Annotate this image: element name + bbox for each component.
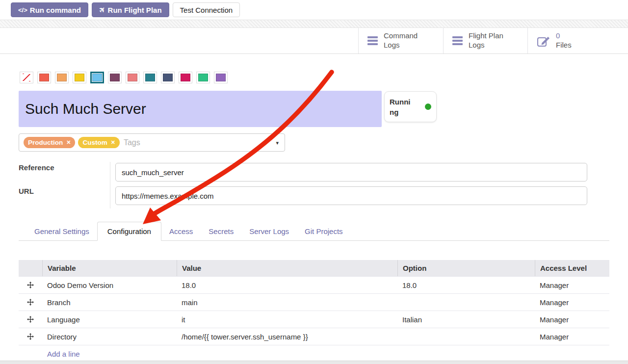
cell-access-level[interactable]: Manager bbox=[535, 328, 609, 345]
files-stat-button[interactable]: 0 Files bbox=[527, 28, 628, 53]
cell-value[interactable]: 18.0 bbox=[177, 277, 397, 293]
color-swatch-green[interactable] bbox=[196, 72, 210, 83]
handle-column-header bbox=[19, 260, 42, 276]
column-header-value[interactable]: Value bbox=[177, 260, 397, 276]
drag-handle-icon[interactable] bbox=[19, 277, 42, 293]
cell-option[interactable] bbox=[397, 328, 535, 345]
color-palette bbox=[20, 72, 228, 83]
table-row[interactable]: Branch main Manager bbox=[19, 293, 609, 311]
swatch-fill bbox=[57, 74, 67, 81]
field-group-divider bbox=[110, 162, 110, 208]
files-count-value: 0 bbox=[556, 31, 560, 40]
tab-secrets[interactable]: Secrets bbox=[201, 222, 241, 240]
tab-server-logs[interactable]: Server Logs bbox=[241, 222, 297, 240]
column-header-option[interactable]: Option bbox=[397, 260, 535, 276]
tag-custom[interactable]: Custom ✕ bbox=[78, 137, 119, 148]
url-input[interactable] bbox=[115, 186, 587, 205]
cell-value[interactable]: main bbox=[177, 294, 397, 311]
swatch-fill bbox=[216, 74, 226, 81]
swatch-fill bbox=[92, 74, 102, 81]
swatch-fill bbox=[39, 74, 49, 81]
swatch-fill bbox=[181, 74, 190, 81]
stat-button-group: Command Logs Flight Plan Logs 0 bbox=[358, 28, 628, 53]
status-card[interactable]: Running bbox=[384, 91, 437, 122]
record-title-banner[interactable]: Such Much Server bbox=[19, 91, 382, 127]
status-label: Running bbox=[390, 97, 414, 117]
swatch-fill bbox=[145, 74, 155, 81]
reference-input[interactable] bbox=[115, 163, 587, 182]
server-form-page: </> Run command ✈ Run Flight Plan Test C… bbox=[0, 0, 628, 364]
cell-variable[interactable]: Branch bbox=[42, 294, 177, 311]
table-row[interactable]: Directory /home/{{ tower.server.ssh_user… bbox=[19, 328, 609, 345]
code-icon: </> bbox=[18, 6, 27, 14]
swatch-fill bbox=[128, 74, 137, 81]
status-dot-icon bbox=[425, 104, 431, 110]
swatch-fill bbox=[198, 74, 208, 81]
run-command-button[interactable]: </> Run command bbox=[11, 2, 88, 17]
color-swatch-fuchsia[interactable] bbox=[179, 72, 192, 83]
color-swatch-teal[interactable] bbox=[143, 72, 157, 83]
color-swatch-red[interactable] bbox=[37, 72, 51, 83]
table-header-row: Variable Value Option Access Level bbox=[19, 260, 609, 276]
color-swatch-darkblue[interactable] bbox=[161, 72, 175, 83]
table-row[interactable]: Language it Italian Manager bbox=[19, 311, 609, 328]
cell-variable[interactable]: Language bbox=[42, 311, 177, 328]
swatch-fill bbox=[110, 74, 120, 81]
tags-field[interactable]: Production ✕ Custom ✕ Tags ▾ bbox=[19, 133, 285, 152]
cell-access-level[interactable]: Manager bbox=[535, 311, 609, 328]
cell-value[interactable]: /home/{{ tower.server.ssh_username }} bbox=[177, 328, 397, 345]
tab-configuration[interactable]: Configuration bbox=[97, 222, 161, 241]
column-header-variable[interactable]: Variable bbox=[42, 260, 177, 276]
url-label: URL bbox=[19, 187, 34, 195]
run-command-label: Run command bbox=[30, 6, 81, 14]
cell-option[interactable]: Italian bbox=[397, 311, 535, 328]
bottom-page-strip bbox=[0, 361, 628, 364]
chevron-down-icon[interactable]: ▾ bbox=[276, 139, 279, 146]
color-swatch-orange[interactable] bbox=[55, 72, 69, 83]
color-swatch-salmon[interactable] bbox=[126, 72, 139, 83]
cell-access-level[interactable]: Manager bbox=[535, 294, 609, 311]
cell-option[interactable] bbox=[397, 294, 535, 311]
tab-access[interactable]: Access bbox=[161, 222, 201, 240]
column-header-access-level[interactable]: Access Level bbox=[535, 260, 609, 276]
command-logs-stat-button[interactable]: Command Logs bbox=[358, 28, 443, 53]
plane-icon: ✈ bbox=[97, 4, 107, 15]
add-a-line-link[interactable]: Add a line bbox=[19, 345, 85, 363]
table-row[interactable]: Odoo Demo Version 18.0 18.0 Manager bbox=[19, 276, 609, 293]
action-button-bar: </> Run command ✈ Run Flight Plan Test C… bbox=[0, 0, 628, 20]
drag-handle-icon[interactable] bbox=[19, 328, 42, 345]
run-flight-plan-button[interactable]: ✈ Run Flight Plan bbox=[92, 2, 169, 17]
hatched-divider-strip bbox=[0, 20, 628, 28]
form-header-bar: Command Logs Flight Plan Logs 0 bbox=[0, 28, 628, 54]
cell-option[interactable]: 18.0 bbox=[397, 277, 535, 293]
remove-tag-icon[interactable]: ✕ bbox=[111, 139, 115, 146]
run-flight-plan-label: Run Flight Plan bbox=[108, 6, 162, 14]
cell-value[interactable]: it bbox=[177, 311, 397, 328]
drag-handle-icon[interactable] bbox=[19, 294, 42, 311]
tag-custom-label: Custom bbox=[82, 139, 107, 146]
cell-variable[interactable]: Directory bbox=[42, 328, 177, 345]
remove-tag-icon[interactable]: ✕ bbox=[66, 139, 71, 146]
color-swatch-lightblue-selected[interactable] bbox=[90, 72, 104, 83]
tags-placeholder: Tags bbox=[124, 138, 140, 147]
tag-production[interactable]: Production ✕ bbox=[24, 137, 75, 148]
tab-git-projects[interactable]: Git Projects bbox=[297, 222, 351, 240]
add-line-row: Add a line bbox=[19, 345, 609, 363]
list-icon bbox=[452, 36, 463, 45]
color-swatch-darkpurple[interactable] bbox=[108, 72, 122, 83]
color-swatch-yellow[interactable] bbox=[73, 72, 86, 83]
files-count-label: 0 Files bbox=[556, 31, 572, 50]
cell-access-level[interactable]: Manager bbox=[535, 277, 609, 293]
drag-handle-icon[interactable] bbox=[19, 311, 42, 328]
list-icon bbox=[367, 36, 378, 45]
swatch-fill bbox=[75, 74, 84, 81]
configuration-table: Variable Value Option Access Level Odoo … bbox=[19, 260, 609, 363]
cell-variable[interactable]: Odoo Demo Version bbox=[42, 277, 177, 293]
test-connection-button[interactable]: Test Connection bbox=[173, 2, 240, 17]
tab-general-settings[interactable]: General Settings bbox=[26, 222, 97, 240]
flight-plan-logs-stat-button[interactable]: Flight Plan Logs bbox=[443, 28, 527, 53]
color-swatch-none[interactable] bbox=[20, 72, 33, 83]
color-swatch-purple[interactable] bbox=[214, 72, 228, 83]
record-title: Such Much Server bbox=[19, 101, 146, 117]
notebook-tabs: General Settings Configuration Access Se… bbox=[19, 222, 609, 241]
